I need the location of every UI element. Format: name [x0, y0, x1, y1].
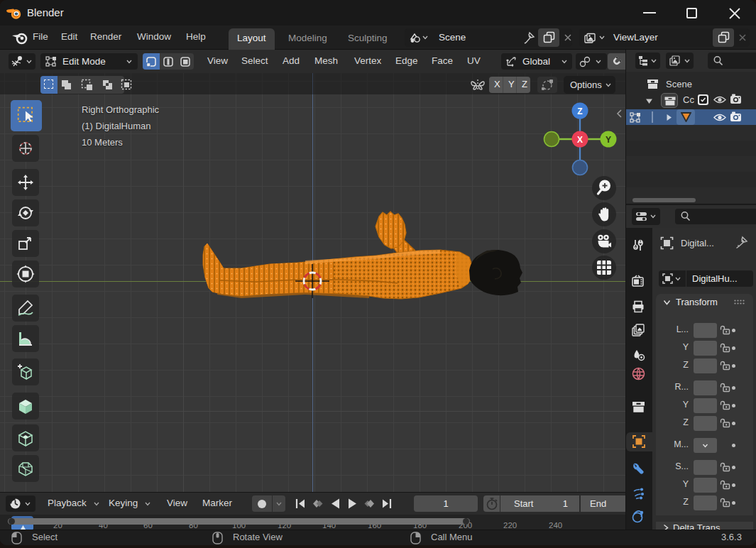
svg-text:Z: Z	[577, 106, 582, 116]
svg-text:Y: Y	[606, 135, 611, 145]
svg-text:X: X	[577, 135, 583, 145]
